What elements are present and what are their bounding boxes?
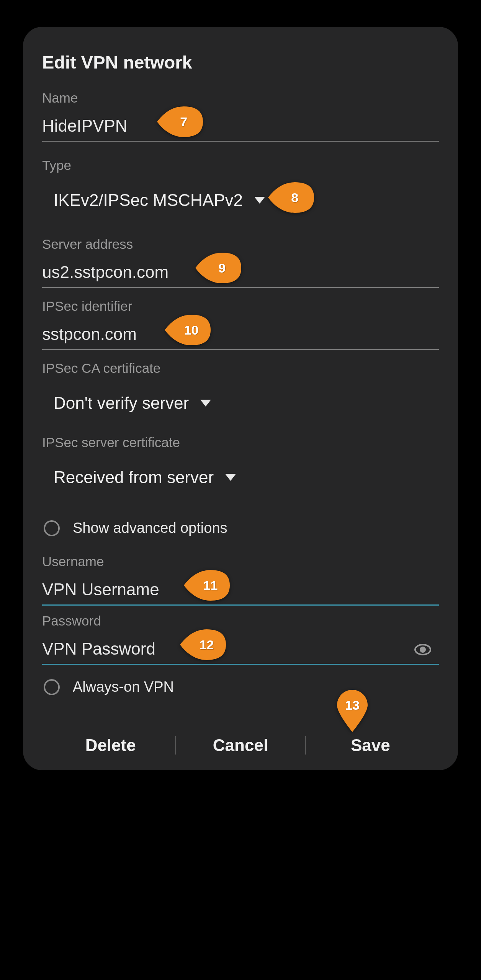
ipsec-identifier-row[interactable]: 10 <box>42 321 439 350</box>
name-label: Name <box>42 90 439 106</box>
save-button[interactable]: Save <box>306 736 435 755</box>
ipsec-ca-cert-value: Don't verify server <box>54 394 189 413</box>
marker-8: 8 <box>291 190 298 205</box>
type-select[interactable]: IKEv2/IPSec MSCHAPv2 8 <box>42 180 439 220</box>
ipsec-identifier-label: IPSec identifier <box>42 299 439 314</box>
ipsec-identifier-input[interactable] <box>42 325 439 344</box>
server-address-label: Server address <box>42 237 439 252</box>
name-input-row[interactable]: 7 <box>42 113 439 142</box>
dialog-title: Edit VPN network <box>42 52 439 73</box>
marker-12: 12 <box>200 637 214 652</box>
type-value: IKEv2/IPSec MSCHAPv2 <box>54 191 243 210</box>
ipsec-server-cert-label: IPSec server certificate <box>42 435 439 450</box>
always-on-label: Always-on VPN <box>73 679 174 695</box>
marker-7: 7 <box>180 114 187 129</box>
password-row[interactable]: 12 <box>42 635 439 665</box>
type-label: Type <box>42 158 439 173</box>
username-row[interactable]: 11 <box>42 576 439 606</box>
username-input[interactable] <box>42 580 439 599</box>
radio-unchecked-icon <box>44 520 60 536</box>
cancel-button[interactable]: Cancel <box>176 736 305 755</box>
always-on-toggle[interactable]: Always-on VPN <box>42 673 439 701</box>
username-label: Username <box>42 554 439 569</box>
marker-11: 11 <box>203 578 218 593</box>
ipsec-server-cert-select[interactable]: Received from server <box>42 457 439 498</box>
radio-unchecked-icon <box>44 679 60 695</box>
server-address-row[interactable]: 9 <box>42 259 439 288</box>
edit-vpn-dialog: Edit VPN network Name 7 Type IKEv2/IPSec… <box>23 27 458 770</box>
ipsec-server-cert-value: Received from server <box>54 468 214 487</box>
eye-icon[interactable] <box>414 640 432 659</box>
password-label: Password <box>42 613 439 629</box>
chevron-down-icon <box>225 474 236 481</box>
chevron-down-icon <box>254 197 265 204</box>
svg-point-1 <box>420 647 425 652</box>
chevron-down-icon <box>200 400 211 407</box>
marker-13: 13 <box>345 697 360 712</box>
show-advanced-label: Show advanced options <box>73 520 227 536</box>
button-bar: Delete Cancel Save 13 <box>42 736 439 755</box>
name-input[interactable] <box>42 116 439 136</box>
marker-9: 9 <box>218 261 226 276</box>
show-advanced-toggle[interactable]: Show advanced options <box>42 514 439 542</box>
marker-10: 10 <box>184 323 199 338</box>
password-input[interactable] <box>42 639 439 658</box>
ipsec-ca-cert-select[interactable]: Don't verify server <box>42 383 439 423</box>
ipsec-ca-cert-label: IPSec CA certificate <box>42 361 439 376</box>
delete-button[interactable]: Delete <box>46 736 175 755</box>
